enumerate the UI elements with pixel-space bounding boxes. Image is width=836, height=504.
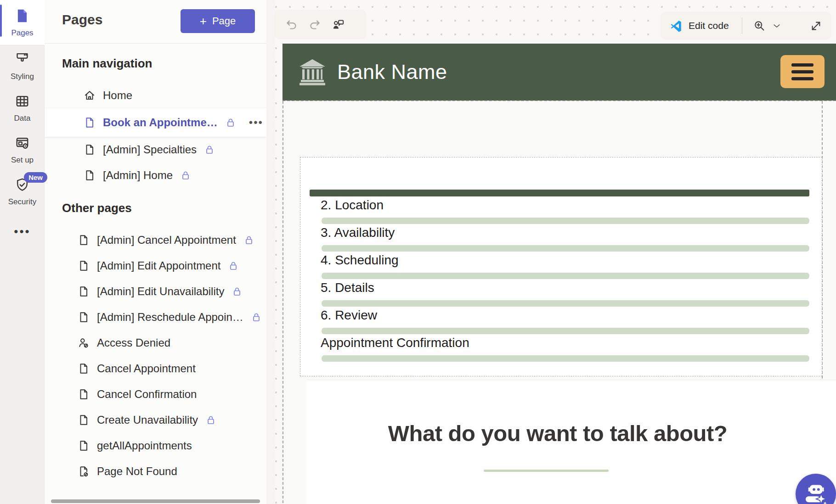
panel-scrollbar-track[interactable] xyxy=(266,0,269,504)
chevron-down-icon[interactable] xyxy=(772,20,781,32)
page-list-item-label: Create Unavailability xyxy=(97,414,198,426)
page-list-item-label: Cancel Confirmation xyxy=(97,388,197,401)
panel-title: Pages xyxy=(62,12,102,28)
page-list-item-label: [Admin] Edit Appointment xyxy=(97,259,220,272)
step-progress-bar xyxy=(322,273,809,279)
sidebar-item-styling[interactable]: Styling xyxy=(0,45,45,87)
canvas-toolbar-left xyxy=(274,10,366,39)
lock-icon xyxy=(180,170,191,181)
page-list-item[interactable]: [Admin] Cancel Appointment xyxy=(45,227,266,253)
undo-icon[interactable] xyxy=(285,18,298,31)
pages-icon xyxy=(15,8,30,25)
data-icon xyxy=(15,94,30,111)
lock-icon xyxy=(225,117,236,128)
sidebar-item-set-up[interactable]: Set up xyxy=(0,129,45,171)
lock-icon xyxy=(204,144,215,155)
step-title: 4. Scheduling xyxy=(321,253,399,268)
page-list-item[interactable]: [Admin] Edit Unavailability xyxy=(45,279,266,304)
rail-item-label: Set up xyxy=(11,156,34,165)
step-title: 6. Review xyxy=(321,308,377,323)
lock-icon xyxy=(228,260,239,271)
styling-icon xyxy=(15,52,30,69)
page-list-item-label: Home xyxy=(103,89,132,102)
page-icon xyxy=(78,388,90,400)
hamburger-menu-button[interactable] xyxy=(780,55,825,88)
zoom-in-icon[interactable] xyxy=(753,20,766,32)
rail-item-label: Security xyxy=(8,197,36,207)
active-indicator xyxy=(0,5,2,37)
page-icon xyxy=(78,234,90,246)
page-list-item[interactable]: Cancel Appointment xyxy=(45,356,266,381)
copilot-robot-icon xyxy=(804,482,828,504)
site-header: Bank Name xyxy=(282,44,836,101)
question-heading: What do you want to talk about? xyxy=(307,420,808,446)
rail-item-label: Styling xyxy=(11,72,34,81)
page-list-item[interactable]: [Admin] Reschedule Appoin… xyxy=(45,304,266,330)
page-list-item[interactable]: Create Unavailability xyxy=(45,407,266,433)
lock-icon xyxy=(243,235,254,246)
page-list-item-label: Access Denied xyxy=(97,336,170,349)
lock-icon xyxy=(232,286,243,297)
power-pages-design-studio: PagesStylingDataSet upNewSecurity••• Pag… xyxy=(0,0,836,504)
page-list-item[interactable]: Book an Appointme…••• xyxy=(45,108,266,137)
comments-icon[interactable] xyxy=(332,18,345,31)
pages-panel-header: Pages + Page xyxy=(45,0,266,44)
page-list-item[interactable]: Cancel Confirmation xyxy=(45,381,266,407)
step-progress-bar xyxy=(322,245,809,252)
page-list-item-label: [Admin] Home xyxy=(103,169,173,182)
page-list-item-label: [Admin] Cancel Appointment xyxy=(97,234,236,246)
pages-panel: Pages + Page Main navigation HomeBook an… xyxy=(45,0,266,504)
step-title: 2. Location xyxy=(321,198,384,213)
site-name: Bank Name xyxy=(337,60,447,84)
setup-icon xyxy=(15,135,30,152)
rail-item-label: Pages xyxy=(11,28,33,38)
heading-divider xyxy=(484,470,609,472)
page-icon xyxy=(78,311,90,323)
question-section[interactable]: What do you want to talk about? xyxy=(307,380,836,504)
plus-icon: + xyxy=(200,15,207,27)
person-blocked-icon xyxy=(78,337,90,349)
page-icon xyxy=(78,440,90,452)
row-menu-icon[interactable]: ••• xyxy=(249,116,263,129)
step-progress-bar xyxy=(322,328,809,334)
sidebar-item-data[interactable]: Data xyxy=(0,87,45,129)
step-title: Appointment Confirmation xyxy=(321,336,469,350)
step-progress-bar-active xyxy=(310,190,809,196)
home-icon xyxy=(84,90,96,101)
page-list-item[interactable]: [Admin] Home xyxy=(45,162,266,188)
page-list-item[interactable]: [Admin] Edit Appointment xyxy=(45,253,266,279)
sidebar-item-security[interactable]: NewSecurity xyxy=(0,171,45,213)
page-list-item[interactable]: [Admin] Specialties xyxy=(45,137,266,162)
horizontal-scrollbar[interactable] xyxy=(51,499,260,503)
toolbar-divider xyxy=(742,17,742,34)
lock-icon xyxy=(205,414,216,426)
selection-border-top xyxy=(282,100,836,101)
expand-icon[interactable] xyxy=(810,20,822,32)
main-navigation-heading: Main navigation xyxy=(62,56,266,71)
sidebar-more-button[interactable]: ••• xyxy=(0,213,45,251)
new-badge: New xyxy=(24,172,47,183)
page-list-item[interactable]: Access Denied xyxy=(45,330,266,356)
design-canvas: Edit code Bank Name 2. Location3. Availa… xyxy=(269,0,836,504)
page-list-item-label: [Admin] Edit Unavailability xyxy=(97,285,224,298)
step-title: 5. Details xyxy=(321,280,374,295)
sidebar-item-pages[interactable]: Pages xyxy=(0,0,45,45)
page-icon xyxy=(78,363,90,375)
canvas-left-gutter xyxy=(269,0,275,504)
add-page-button[interactable]: + Page xyxy=(181,9,255,33)
page-list-item-label: Page Not Found xyxy=(97,465,177,478)
rail-item-label: Data xyxy=(14,114,31,123)
lock-icon xyxy=(251,312,262,323)
step-progress-bar xyxy=(322,355,809,362)
page-list-item[interactable]: Home xyxy=(45,83,266,108)
redo-icon[interactable] xyxy=(309,18,321,31)
page-icon xyxy=(84,117,96,129)
page-icon xyxy=(78,414,90,426)
page-list-item-label: getAllAppointments xyxy=(97,439,192,452)
page-list-item[interactable]: getAllAppointments xyxy=(45,433,266,459)
left-icon-rail: PagesStylingDataSet upNewSecurity••• xyxy=(0,0,45,504)
edit-code-button[interactable]: Edit code xyxy=(689,20,729,31)
step-progress-bar xyxy=(322,300,809,307)
appointment-steps-section[interactable]: 2. Location3. Availability4. Scheduling5… xyxy=(300,157,822,376)
page-list-item[interactable]: Page Not Found xyxy=(45,459,266,484)
